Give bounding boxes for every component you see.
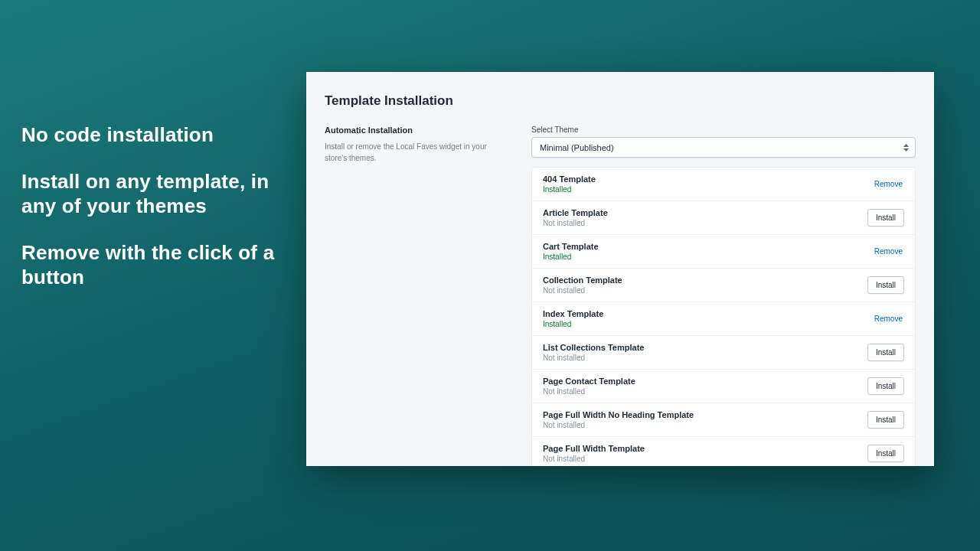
template-status: Installed <box>543 320 603 328</box>
template-name: Article Template <box>543 208 608 217</box>
template-name: Index Template <box>543 309 603 318</box>
template-status: Not installed <box>543 219 608 227</box>
hero-line-2: Install on any template, in any of your … <box>21 169 282 219</box>
template-status: Not installed <box>543 455 645 463</box>
template-row: Page Contact TemplateNot installedInstal… <box>532 369 915 403</box>
install-button[interactable]: Install <box>867 276 904 294</box>
install-button[interactable]: Install <box>867 445 904 462</box>
template-name: Page Contact Template <box>543 377 635 386</box>
section-heading: Automatic Installation <box>325 126 501 135</box>
install-button[interactable]: Install <box>867 209 904 227</box>
template-name: Collection Template <box>543 276 622 285</box>
theme-select-value: Minimal (Published) <box>540 143 614 152</box>
template-name: Page Full Width Template <box>543 444 645 453</box>
hero-line-1: No code installation <box>21 122 282 148</box>
remove-button[interactable]: Remove <box>873 176 904 192</box>
remove-button[interactable]: Remove <box>873 311 904 327</box>
hero-line-3: Remove with the click of a button <box>21 240 282 290</box>
template-row: Index TemplateInstalledRemove <box>532 302 915 335</box>
sidebar-description: Automatic Installation Install or remove… <box>325 126 501 466</box>
template-name: 404 Template <box>543 174 596 184</box>
select-theme-label: Select Theme <box>531 126 916 134</box>
template-status: Not installed <box>543 286 622 295</box>
settings-panel: Template Installation Automatic Installa… <box>306 72 934 466</box>
section-help-text: Install or remove the Local Faves widget… <box>325 141 501 164</box>
install-button[interactable]: Install <box>867 377 904 395</box>
templates-list: 404 TemplateInstalledRemoveArticle Templ… <box>531 167 916 466</box>
install-button[interactable]: Install <box>867 344 904 361</box>
theme-select[interactable]: Minimal (Published) <box>531 137 916 158</box>
template-row: Cart TemplateInstalledRemove <box>532 234 915 268</box>
remove-button[interactable]: Remove <box>873 243 904 259</box>
template-row: List Collections TemplateNot installedIn… <box>532 335 915 369</box>
hero-copy: No code installation Install on any temp… <box>21 122 282 311</box>
template-row: Article TemplateNot installedInstall <box>532 201 915 234</box>
template-name: Page Full Width No Heading Template <box>543 410 694 419</box>
template-row: Collection TemplateNot installedInstall <box>532 268 915 302</box>
install-button[interactable]: Install <box>867 411 904 429</box>
chevrons-icon <box>903 143 909 152</box>
template-status: Not installed <box>543 387 635 396</box>
template-status: Installed <box>543 253 599 261</box>
template-name: List Collections Template <box>543 343 644 352</box>
template-status: Not installed <box>543 354 644 362</box>
template-row: Page Full Width TemplateNot installedIns… <box>532 436 915 466</box>
template-status: Not installed <box>543 421 694 429</box>
template-row: 404 TemplateInstalledRemove <box>532 168 915 201</box>
template-name: Cart Template <box>543 242 599 251</box>
page-title: Template Installation <box>325 93 916 109</box>
template-status: Installed <box>543 185 596 194</box>
template-row: Page Full Width No Heading TemplateNot i… <box>532 403 915 436</box>
